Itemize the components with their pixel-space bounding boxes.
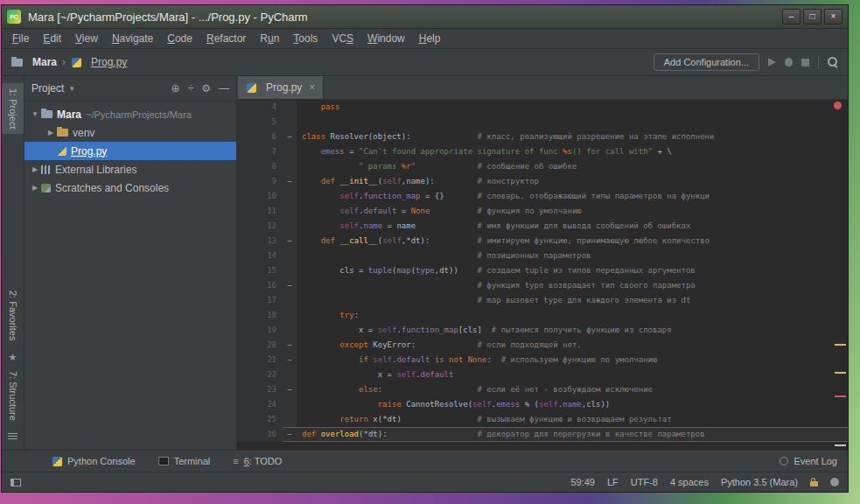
code-text[interactable]: self.name = name # имя функции для вывод… (297, 219, 848, 234)
code-text[interactable]: x = self.function_map[cls] # пытаемся по… (297, 323, 848, 338)
fold-marker-icon[interactable]: − (283, 278, 297, 293)
code-line-11[interactable]: 11 self.default = None # функция по умол… (237, 204, 848, 219)
line-number[interactable]: 8 (237, 159, 283, 174)
code-line-17[interactable]: 17 # map вызовет type для каждого элемен… (237, 293, 848, 308)
menu-item-tools[interactable]: Tools (286, 31, 325, 46)
line-number[interactable]: 9 (237, 174, 283, 189)
gear-icon[interactable]: ⚙ (201, 82, 211, 94)
line-number[interactable]: 17 (237, 293, 283, 308)
caret-stripe-mark[interactable] (835, 444, 846, 446)
code-text[interactable]: x = self.default (297, 368, 848, 382)
fold-marker-icon[interactable]: − (283, 353, 297, 368)
line-number[interactable]: 12 (237, 219, 283, 234)
code-text[interactable]: emess = "Can't found appropriate signatu… (297, 144, 848, 159)
menu-item-window[interactable]: Window (360, 31, 412, 46)
maximize-button[interactable]: □ (803, 9, 822, 24)
code-text[interactable]: self.function_map = {} # словарь, отобра… (297, 189, 848, 204)
python-interpreter[interactable]: Python 3.5 (Mara) (721, 477, 798, 487)
menu-item-edit[interactable]: Edit (36, 31, 68, 46)
code-text[interactable]: self.default = None # функция по умолчан… (297, 204, 848, 219)
code-text[interactable]: class Resolver(object): # класс, реализу… (297, 130, 848, 144)
line-ending[interactable]: LF (607, 477, 619, 487)
code-text[interactable]: # функция type возвращает тип своего пар… (297, 278, 848, 293)
caret-position[interactable]: 59:49 (570, 477, 595, 487)
line-number[interactable]: 26 (237, 427, 283, 442)
line-number[interactable]: 6 (237, 130, 283, 144)
locate-icon[interactable]: ⊕ (171, 82, 180, 94)
title-bar[interactable]: PC Mara [~/PycharmProjects/Mara] - .../P… (2, 5, 848, 29)
todo-button[interactable]: ≡ 6: TODO (233, 456, 282, 466)
menu-item-refactor[interactable]: Refactor (199, 31, 253, 46)
code-line-21[interactable]: 21− if self.default is not None: # испол… (237, 353, 848, 368)
code-line-14[interactable]: 14 # позиционных параметров (237, 248, 848, 263)
code-line-20[interactable]: 20− except KeyError: # если подходящей н… (237, 338, 848, 353)
code-line-18[interactable]: 18 try: (237, 308, 848, 323)
code-line-15[interactable]: 15 cls = tuple(map(type,dt)) # создаем t… (237, 263, 848, 278)
breadcrumb-file[interactable]: Prog.py (91, 56, 127, 68)
code-line-8[interactable]: 8 " params %r" # сообщение об ошибке (237, 159, 848, 174)
debug-icon[interactable] (785, 58, 793, 66)
code-text[interactable]: cls = tuple(map(type,dt)) # создаем tupl… (297, 263, 848, 278)
tool-stripe-favorites[interactable]: 2: Favorites (8, 285, 18, 349)
line-number[interactable]: 16 (237, 278, 283, 293)
line-number[interactable]: 25 (237, 412, 283, 427)
code-text[interactable]: try: (297, 308, 848, 323)
line-number[interactable]: 23 (237, 382, 283, 397)
run-icon[interactable] (768, 58, 776, 66)
line-number[interactable]: 7 (237, 144, 283, 159)
tab-prog-py[interactable]: Prog.py × (238, 76, 324, 99)
event-log-button[interactable]: Event Log (780, 456, 837, 466)
chevron-icon[interactable]: ▶ (30, 184, 40, 192)
warning-stripe-mark[interactable] (835, 372, 846, 374)
code-text[interactable]: pass (297, 100, 848, 115)
code-line-7[interactable]: 7 emess = "Can't found appropriate signa… (237, 144, 848, 159)
line-number[interactable]: 18 (237, 308, 283, 323)
code-line-16[interactable]: 16− # функция type возвращает тип своего… (237, 278, 848, 293)
line-number[interactable]: 21 (237, 353, 283, 368)
code-text[interactable]: def __init__(self,name): # конструктор (297, 174, 848, 189)
code-text[interactable]: def overload(*dt): # декоратор для перег… (297, 427, 848, 442)
tree-item-mara[interactable]: ▼Mara~/PycharmProjects/Mara (24, 105, 236, 123)
line-number[interactable]: 24 (237, 397, 283, 412)
code-line-13[interactable]: 13− def __call__(self,*dt): # имитируем … (237, 234, 848, 248)
fold-marker-icon[interactable]: − (283, 338, 297, 353)
line-number[interactable]: 22 (237, 368, 283, 382)
code-text[interactable]: # позиционных параметров (297, 248, 848, 263)
code-line-22[interactable]: 22 x = self.default (237, 368, 848, 382)
close-button[interactable]: × (824, 9, 843, 24)
close-icon[interactable]: × (309, 81, 315, 94)
tree-item-venv[interactable]: ▶venv (24, 123, 236, 142)
code-line-12[interactable]: 12 self.name = name # имя функции для вы… (237, 219, 848, 234)
project-panel-title[interactable]: Project (31, 82, 64, 94)
code-text[interactable] (297, 115, 848, 130)
code-line-19[interactable]: 19 x = self.function_map[cls] # пытаемся… (237, 323, 848, 338)
code-line-24[interactable]: 24 raise CannotResolve(self.emess % (sel… (237, 397, 848, 412)
chevron-down-icon[interactable]: ▼ (68, 85, 75, 93)
chevron-icon[interactable]: ▶ (45, 129, 56, 136)
add-configuration-button[interactable]: Add Configuration... (654, 53, 759, 71)
minimize-button[interactable]: – (782, 9, 801, 24)
tree-item-scratches-and-consoles[interactable]: ▶Scratches and Consoles (24, 178, 236, 197)
line-number[interactable]: 14 (237, 248, 283, 263)
code-text[interactable]: return x(*dt) # вызываем функцию и возвр… (297, 412, 848, 427)
menu-item-code[interactable]: Code (160, 31, 199, 46)
search-icon[interactable] (828, 57, 839, 68)
line-number[interactable]: 19 (237, 323, 283, 338)
terminal-button[interactable]: Terminal (158, 456, 211, 466)
code-line-4[interactable]: 4 pass (237, 100, 848, 115)
code-line-9[interactable]: 9− def __init__(self,name): # конструкто… (237, 174, 848, 189)
menu-item-file[interactable]: File (5, 31, 36, 46)
menu-item-vcs[interactable]: VCS (325, 31, 360, 46)
python-console-button[interactable]: Python Console (52, 456, 136, 466)
menu-item-run[interactable]: Run (253, 31, 286, 46)
tree-item-prog-py[interactable]: Prog.py (24, 142, 236, 160)
breadcrumb-project[interactable]: Mara (32, 56, 57, 68)
fold-marker-icon[interactable]: − (283, 174, 297, 189)
stop-icon[interactable] (801, 59, 809, 66)
line-number[interactable]: 15 (237, 263, 283, 278)
inspections-profile-icon[interactable] (830, 478, 839, 486)
code-text[interactable]: except KeyError: # если подходящей нет, (297, 338, 848, 353)
menu-item-view[interactable]: View (68, 31, 105, 46)
error-indicator-icon[interactable] (834, 102, 842, 109)
code-line-23[interactable]: 23− else: # если её нет - возбуждаем иск… (237, 382, 848, 397)
